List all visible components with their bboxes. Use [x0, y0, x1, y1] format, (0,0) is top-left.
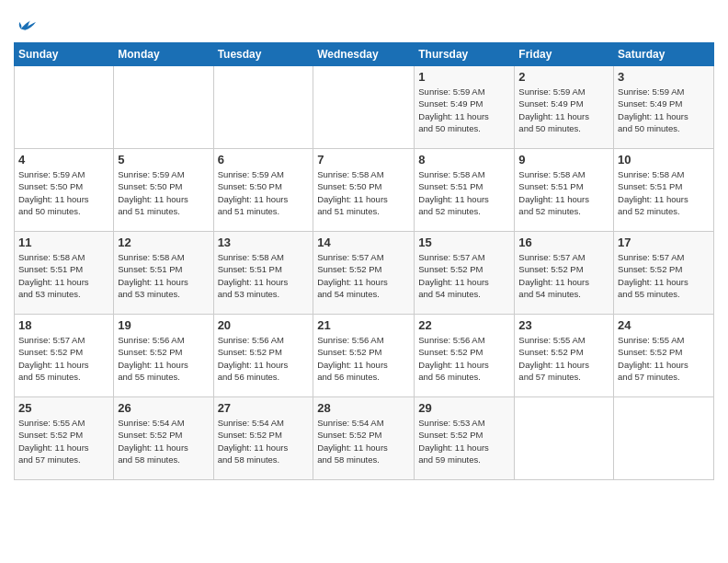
day-number: 7 — [317, 153, 410, 167]
calendar-cell — [15, 66, 114, 149]
calendar-cell: 7Sunrise: 5:58 AM Sunset: 5:50 PM Daylig… — [313, 149, 415, 232]
day-number: 12 — [118, 236, 209, 249]
day-number: 10 — [618, 153, 710, 167]
day-info: Sunrise: 5:58 AM Sunset: 5:51 PM Dayligh… — [418, 168, 510, 217]
page-header — [14, 9, 714, 35]
calendar-cell: 18Sunrise: 5:57 AM Sunset: 5:52 PM Dayli… — [15, 315, 114, 397]
calendar-cell: 3Sunrise: 5:59 AM Sunset: 5:49 PM Daylig… — [614, 66, 714, 149]
day-info: Sunrise: 5:54 AM Sunset: 5:52 PM Dayligh… — [317, 417, 410, 465]
logo-bird-icon — [16, 15, 36, 35]
calendar-cell: 20Sunrise: 5:56 AM Sunset: 5:52 PM Dayli… — [213, 315, 313, 397]
day-info: Sunrise: 5:54 AM Sunset: 5:52 PM Dayligh… — [218, 417, 310, 465]
day-number: 29 — [418, 401, 510, 415]
calendar-cell: 22Sunrise: 5:56 AM Sunset: 5:52 PM Dayli… — [415, 315, 515, 397]
calendar-cell: 26Sunrise: 5:54 AM Sunset: 5:52 PM Dayli… — [114, 397, 213, 480]
logo — [14, 9, 36, 35]
day-info: Sunrise: 5:58 AM Sunset: 5:51 PM Dayligh… — [118, 251, 209, 300]
day-number: 24 — [618, 318, 710, 332]
day-info: Sunrise: 5:58 AM Sunset: 5:51 PM Dayligh… — [618, 168, 710, 217]
day-info: Sunrise: 5:54 AM Sunset: 5:52 PM Dayligh… — [118, 417, 209, 465]
day-info: Sunrise: 5:58 AM Sunset: 5:51 PM Dayligh… — [18, 251, 109, 300]
day-info: Sunrise: 5:59 AM Sunset: 5:50 PM Dayligh… — [118, 168, 209, 217]
day-number: 1 — [418, 70, 510, 84]
day-number: 28 — [317, 401, 410, 415]
column-header-saturday: Saturday — [614, 43, 714, 66]
day-number: 9 — [518, 153, 609, 167]
calendar-cell: 28Sunrise: 5:54 AM Sunset: 5:52 PM Dayli… — [313, 397, 415, 480]
day-info: Sunrise: 5:57 AM Sunset: 5:52 PM Dayligh… — [317, 251, 410, 300]
calendar-table: SundayMondayTuesdayWednesdayThursdayFrid… — [14, 42, 714, 480]
calendar-cell: 2Sunrise: 5:59 AM Sunset: 5:49 PM Daylig… — [515, 66, 614, 149]
column-header-monday: Monday — [114, 43, 213, 66]
calendar-cell — [614, 397, 714, 480]
day-info: Sunrise: 5:56 AM Sunset: 5:52 PM Dayligh… — [317, 334, 410, 383]
day-info: Sunrise: 5:58 AM Sunset: 5:51 PM Dayligh… — [518, 168, 609, 217]
day-info: Sunrise: 5:59 AM Sunset: 5:49 PM Dayligh… — [618, 86, 710, 134]
calendar-cell: 13Sunrise: 5:58 AM Sunset: 5:51 PM Dayli… — [213, 232, 313, 315]
day-number: 2 — [518, 70, 609, 84]
column-header-thursday: Thursday — [415, 43, 515, 66]
calendar-cell: 9Sunrise: 5:58 AM Sunset: 5:51 PM Daylig… — [515, 149, 614, 232]
day-info: Sunrise: 5:57 AM Sunset: 5:52 PM Dayligh… — [18, 334, 109, 383]
day-info: Sunrise: 5:59 AM Sunset: 5:49 PM Dayligh… — [418, 86, 510, 134]
calendar-cell: 6Sunrise: 5:59 AM Sunset: 5:50 PM Daylig… — [213, 149, 313, 232]
day-info: Sunrise: 5:58 AM Sunset: 5:50 PM Dayligh… — [317, 168, 410, 217]
day-number: 8 — [418, 153, 510, 167]
day-info: Sunrise: 5:57 AM Sunset: 5:52 PM Dayligh… — [618, 251, 710, 300]
column-header-sunday: Sunday — [15, 43, 114, 66]
day-number: 14 — [317, 236, 410, 249]
calendar-cell: 16Sunrise: 5:57 AM Sunset: 5:52 PM Dayli… — [515, 232, 614, 315]
day-number: 22 — [418, 318, 510, 332]
day-number: 26 — [118, 401, 209, 415]
day-number: 16 — [518, 236, 609, 249]
day-info: Sunrise: 5:53 AM Sunset: 5:52 PM Dayligh… — [418, 417, 510, 465]
calendar-cell — [515, 397, 614, 480]
day-number: 21 — [317, 318, 410, 332]
day-number: 27 — [218, 401, 310, 415]
day-info: Sunrise: 5:56 AM Sunset: 5:52 PM Dayligh… — [118, 334, 209, 383]
calendar-cell — [114, 66, 213, 149]
day-number: 23 — [518, 318, 609, 332]
calendar-cell: 25Sunrise: 5:55 AM Sunset: 5:52 PM Dayli… — [15, 397, 114, 480]
calendar-cell: 12Sunrise: 5:58 AM Sunset: 5:51 PM Dayli… — [114, 232, 213, 315]
calendar-cell: 14Sunrise: 5:57 AM Sunset: 5:52 PM Dayli… — [313, 232, 415, 315]
day-number: 18 — [18, 318, 109, 332]
calendar-cell: 17Sunrise: 5:57 AM Sunset: 5:52 PM Dayli… — [614, 232, 714, 315]
day-info: Sunrise: 5:56 AM Sunset: 5:52 PM Dayligh… — [218, 334, 310, 383]
day-number: 20 — [218, 318, 310, 332]
week-row-2: 4Sunrise: 5:59 AM Sunset: 5:50 PM Daylig… — [15, 149, 714, 232]
week-row-4: 18Sunrise: 5:57 AM Sunset: 5:52 PM Dayli… — [15, 315, 714, 397]
week-row-5: 25Sunrise: 5:55 AM Sunset: 5:52 PM Dayli… — [15, 397, 714, 480]
day-number: 19 — [118, 318, 209, 332]
calendar-cell: 21Sunrise: 5:56 AM Sunset: 5:52 PM Dayli… — [313, 315, 415, 397]
day-info: Sunrise: 5:56 AM Sunset: 5:52 PM Dayligh… — [418, 334, 510, 383]
calendar-cell: 5Sunrise: 5:59 AM Sunset: 5:50 PM Daylig… — [114, 149, 213, 232]
week-row-1: 1Sunrise: 5:59 AM Sunset: 5:49 PM Daylig… — [15, 66, 714, 149]
day-number: 11 — [18, 236, 109, 249]
day-number: 4 — [18, 153, 109, 167]
day-number: 3 — [618, 70, 710, 84]
day-number: 6 — [218, 153, 310, 167]
day-info: Sunrise: 5:57 AM Sunset: 5:52 PM Dayligh… — [518, 251, 609, 300]
day-info: Sunrise: 5:55 AM Sunset: 5:52 PM Dayligh… — [518, 334, 609, 383]
day-info: Sunrise: 5:55 AM Sunset: 5:52 PM Dayligh… — [18, 417, 109, 465]
calendar-cell: 11Sunrise: 5:58 AM Sunset: 5:51 PM Dayli… — [15, 232, 114, 315]
calendar-cell — [313, 66, 415, 149]
calendar-cell — [213, 66, 313, 149]
day-info: Sunrise: 5:58 AM Sunset: 5:51 PM Dayligh… — [218, 251, 310, 300]
day-info: Sunrise: 5:59 AM Sunset: 5:49 PM Dayligh… — [518, 86, 609, 134]
week-row-3: 11Sunrise: 5:58 AM Sunset: 5:51 PM Dayli… — [15, 232, 714, 315]
calendar-cell: 19Sunrise: 5:56 AM Sunset: 5:52 PM Dayli… — [114, 315, 213, 397]
day-number: 17 — [618, 236, 710, 249]
column-header-tuesday: Tuesday — [213, 43, 313, 66]
day-info: Sunrise: 5:59 AM Sunset: 5:50 PM Dayligh… — [18, 168, 109, 217]
calendar-cell: 24Sunrise: 5:55 AM Sunset: 5:52 PM Dayli… — [614, 315, 714, 397]
calendar-cell: 8Sunrise: 5:58 AM Sunset: 5:51 PM Daylig… — [415, 149, 515, 232]
calendar-cell: 27Sunrise: 5:54 AM Sunset: 5:52 PM Dayli… — [213, 397, 313, 480]
calendar-cell: 15Sunrise: 5:57 AM Sunset: 5:52 PM Dayli… — [415, 232, 515, 315]
column-headers: SundayMondayTuesdayWednesdayThursdayFrid… — [15, 43, 714, 66]
day-number: 25 — [18, 401, 109, 415]
day-number: 15 — [418, 236, 510, 249]
day-info: Sunrise: 5:55 AM Sunset: 5:52 PM Dayligh… — [618, 334, 710, 383]
day-number: 5 — [118, 153, 209, 167]
